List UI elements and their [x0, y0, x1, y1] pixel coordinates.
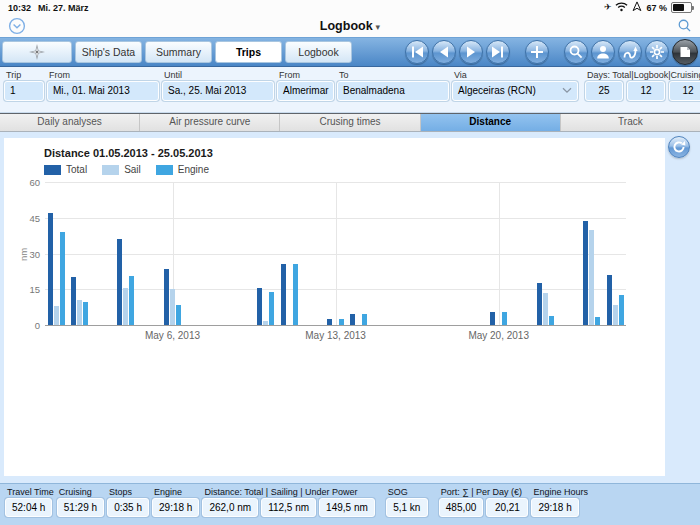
footer-value-distance-total-sailing-under-power-1: 112,5 nm	[261, 498, 316, 517]
footer-value-port-per-day-1: 20,21	[486, 498, 528, 517]
trip-field-until-2: Sa., 25. Mai 2013	[162, 81, 274, 101]
gridline-x-12	[336, 182, 337, 325]
content-area: Distance 01.05.2013 - 25.05.2013 TotalSa…	[0, 132, 700, 496]
trip-value: Almerimar	[283, 82, 329, 100]
gridline-y-0	[45, 325, 626, 326]
bar-engine-2013-05-06	[176, 305, 181, 325]
bar-total-2013-05-06	[164, 269, 169, 325]
bar-engine-2013-05-22	[549, 316, 554, 326]
footer-value-cruising-0: 51:29 h	[57, 498, 104, 517]
map-page-button[interactable]	[672, 39, 698, 65]
y-tick-60: 60	[10, 177, 40, 188]
bar-total-2013-05-20	[490, 312, 495, 325]
bar-sail-2013-05-10	[263, 321, 268, 325]
footer-label: SOG	[386, 487, 428, 498]
refresh-button[interactable]	[668, 136, 690, 158]
trip-value: Sa., 25. Mai 2013	[168, 82, 268, 100]
route-button[interactable]	[618, 40, 642, 64]
trip-value: Benalmadena	[343, 82, 443, 100]
days-label: Days: Total|Logbook|Cruising	[585, 70, 700, 81]
footer-values: 5,1 kn	[386, 498, 428, 517]
bar-engine-2013-05-11	[293, 264, 298, 325]
bar-engine-2013-05-02	[83, 302, 88, 325]
footer-values: 262,0 nm112,5 nm149,5 nm	[202, 498, 374, 517]
bar-sail-2013-05-01	[54, 306, 59, 325]
bar-total-2013-05-25	[607, 275, 612, 325]
compass-button[interactable]	[2, 41, 72, 63]
trip-field-trip-0: 1	[4, 81, 44, 101]
page-title[interactable]: Logbook▾	[0, 19, 700, 33]
footer-values: 51:29 h	[57, 498, 104, 517]
next-button[interactable]	[459, 40, 483, 64]
bar-sail-2013-05-22	[543, 293, 548, 325]
trip-label: From	[47, 70, 159, 81]
bar-sail-2013-05-24	[589, 230, 594, 325]
skip-first-button[interactable]	[405, 40, 429, 64]
bar-engine-2013-05-13	[339, 319, 344, 325]
trip-column-from-3: FromAlmerimar	[277, 70, 334, 101]
location-icon	[632, 1, 642, 14]
totals-bar: Travel Time52:04 hCruising51:29 hStops0:…	[0, 483, 700, 525]
trip-field-from-1: Mi., 01. Mai 2013	[47, 81, 159, 101]
prev-icon	[435, 43, 453, 61]
toolbar-buttons	[402, 39, 698, 65]
bar-sail-2013-05-06	[170, 289, 175, 325]
next-icon	[462, 43, 480, 61]
x-tick-may-20-2013: May 20, 2013	[454, 330, 544, 341]
view-tab-track[interactable]: Track	[561, 114, 700, 131]
user-button[interactable]	[591, 40, 615, 64]
status-time: 10:32	[8, 3, 31, 13]
bar-engine-2013-05-25	[619, 295, 624, 325]
view-tab-air-pressure-curve[interactable]: Air pressure curve	[140, 114, 280, 131]
trip-column-trip-0: Trip1	[4, 70, 44, 101]
skip-first-icon	[408, 43, 426, 61]
bar-total-2013-05-10	[257, 288, 262, 325]
footer-value-distance-total-sailing-under-power-2: 149,5 nm	[319, 498, 375, 517]
footer-label: Distance: Total | Sailing | Under Power	[202, 487, 374, 498]
trip-label: Trip	[4, 70, 44, 81]
trip-label: To	[337, 70, 449, 81]
bar-total-2013-05-22	[537, 283, 542, 325]
skip-last-button[interactable]	[486, 40, 510, 64]
trip-column-from-1: FromMi., 01. Mai 2013	[47, 70, 159, 101]
days-values: 251212	[585, 81, 700, 101]
footer-values: 52:04 h	[5, 498, 54, 517]
plus-button[interactable]	[525, 40, 549, 64]
search-icon	[567, 43, 585, 61]
y-axis-label: nm	[18, 247, 29, 260]
battery-percent: 67 %	[646, 3, 667, 13]
trip-column-to-4: ToBenalmadena	[337, 70, 449, 101]
footer-value-engine-0: 29:18 h	[152, 498, 199, 517]
navigation-bar: Logbook▾	[0, 14, 700, 37]
settings-button[interactable]	[645, 40, 669, 64]
status-left: 10:32Mi. 27. März	[8, 3, 96, 13]
toolbar-tab-ship-s-data[interactable]: Ship's Data	[75, 41, 142, 63]
view-tab-crusing-times[interactable]: Crusing times	[280, 114, 420, 131]
trip-field-via-5[interactable]: Algeceiras (RCN)	[452, 81, 578, 101]
footer-values: 29:18 h	[531, 498, 588, 517]
chart-plot-area: 604530150nmMay 6, 2013May 13, 2013May 20…	[4, 138, 665, 476]
user-icon	[594, 43, 612, 61]
footer-values: 29:18 h	[152, 498, 199, 517]
bar-engine-2013-05-04	[129, 276, 134, 325]
prev-button[interactable]	[432, 40, 456, 64]
bar-engine-2013-05-24	[595, 317, 600, 325]
footer-value-travel-time-0: 52:04 h	[5, 498, 52, 517]
search-button[interactable]	[564, 40, 588, 64]
view-tab-distance[interactable]: Distance	[421, 114, 561, 131]
footer-label: Engine Hours	[531, 487, 588, 498]
footer-label: Stops	[107, 487, 149, 498]
trip-summary-bar: Trip1FromMi., 01. Mai 2013UntilSa., 25. …	[0, 67, 700, 113]
toolbar-tab-logbook[interactable]: Logbook	[285, 41, 352, 63]
toolbar-tab-trips[interactable]: Trips	[215, 41, 282, 63]
trip-value: Mi., 01. Mai 2013	[53, 82, 153, 100]
bar-total-2013-05-13	[327, 319, 332, 325]
footer-value-stops-0: 0:35 h	[107, 498, 149, 517]
footer-group-port-per-day: Port: ∑ | Per Day (€)485,0020,21	[439, 487, 529, 517]
trip-label: Until	[162, 70, 274, 81]
toolbar-tab-summary[interactable]: Summary	[145, 41, 212, 63]
bar-sail-2013-05-04	[123, 288, 128, 325]
view-tab-daily-analyses[interactable]: Daily analyses	[0, 114, 140, 131]
dropdown-chevron-icon[interactable]	[562, 82, 572, 100]
trip-value: Algeceiras (RCN)	[458, 82, 562, 100]
